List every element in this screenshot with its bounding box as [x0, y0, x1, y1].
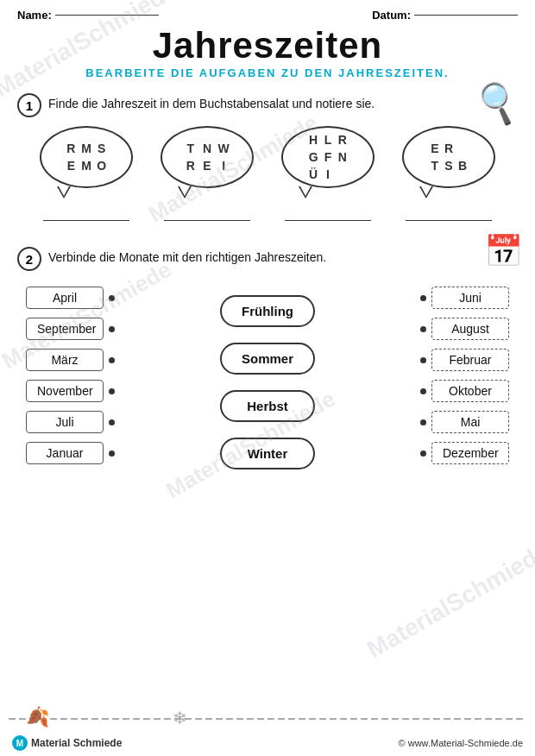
seasons-col: Frühling Sommer Herbst Winter: [211, 287, 324, 469]
bubble-4-letters: E R T S B: [422, 137, 475, 177]
februar-dot: [420, 357, 426, 363]
section1-number: 1: [17, 93, 41, 117]
month-oktober-label: Oktober: [431, 380, 509, 402]
letter-H3: H: [307, 132, 320, 148]
header: Name: Datum:: [0, 0, 535, 23]
month-marz-label: März: [26, 349, 104, 371]
juli-dot: [109, 419, 115, 425]
letter-I2: I: [217, 158, 231, 173]
letter-R3: R: [336, 132, 349, 148]
month-mai-label: Mai: [431, 411, 509, 433]
letter-I3: I: [322, 167, 335, 182]
month-april-label: April: [26, 287, 104, 309]
logo-text: Material Schmiede: [31, 737, 122, 749]
month-mai: Mai: [327, 411, 509, 433]
month-juni: Juni: [327, 287, 509, 309]
month-april: April: [26, 287, 208, 309]
season-sommer: Sommer: [220, 343, 315, 375]
letter-R4: R: [443, 141, 455, 156]
date-label: Datum:: [372, 9, 411, 22]
bubbles-row: R M S E M O T N W R E I: [17, 126, 518, 221]
letter-S1: S: [95, 141, 109, 156]
date-line: [414, 15, 518, 16]
month-august-label: August: [431, 318, 509, 340]
watermark-5: MaterialSchmiede: [362, 538, 535, 665]
section-2: 📅 2 Verbinde die Monate mit den richtige…: [0, 236, 535, 469]
oktober-dot: [420, 388, 426, 394]
name-line: [55, 15, 159, 16]
bubble-4-shape: E R T S B: [402, 126, 495, 188]
bubble-1-letters: R M S E M O: [57, 137, 115, 177]
april-dot: [109, 295, 115, 301]
letter-N3: N: [336, 149, 349, 165]
matching-area: April September März November Juli Janua: [17, 280, 518, 469]
month-januar: Januar: [26, 442, 208, 464]
main-title: Jahreszeiten: [0, 25, 535, 66]
november-dot: [109, 388, 115, 394]
section-1: 1 Finde die Jahreszeit in dem Buchstaben…: [0, 86, 535, 221]
snowflake-icon: ❄: [173, 708, 187, 728]
answer-line-4: [406, 207, 492, 221]
august-dot: [420, 326, 426, 332]
letter-E1: E: [64, 158, 78, 173]
section1-instruction: Finde die Jahreszeit in dem Buchstabensa…: [48, 93, 374, 110]
date-field: Datum:: [372, 9, 518, 22]
month-januar-label: Januar: [26, 442, 104, 464]
letter-blank4: [456, 141, 469, 156]
month-marz: März: [26, 349, 208, 371]
letter-M1: M: [79, 141, 93, 156]
footer-website: © www.Material-Schmiede.de: [399, 738, 523, 748]
dezember-dot: [420, 450, 426, 457]
mai-dot: [420, 419, 426, 425]
month-juni-label: Juni: [431, 287, 509, 309]
letter-T4: T: [429, 158, 441, 173]
section1-header: 1 Finde die Jahreszeit in dem Buchstaben…: [17, 93, 518, 117]
logo-icon: M: [12, 735, 28, 751]
bubble-3: H L R G F N Ü I: [281, 126, 374, 221]
month-oktober: Oktober: [327, 380, 509, 402]
months-right-col: Juni August Februar Oktober Mai Dezember: [327, 287, 509, 469]
letter-M2: M: [79, 158, 93, 173]
footer-logo: M Material Schmiede: [12, 735, 122, 751]
bubble-2-letters: T N W R E I: [176, 137, 238, 177]
title-section: Jahreszeiten Bearbeite die Aufgaben zu d…: [0, 25, 535, 79]
letter-E4: E: [429, 141, 441, 156]
letter-O1: O: [95, 158, 109, 173]
juni-dot: [420, 295, 426, 301]
answer-line-2: [164, 207, 250, 221]
bubble-3-shape: H L R G F N Ü I: [281, 126, 374, 188]
section2-number: 2: [17, 247, 41, 271]
section2-header: 2 Verbinde die Monate mit den richtigen …: [17, 243, 518, 271]
name-field: Name:: [17, 9, 159, 22]
letter-T2: T: [183, 141, 198, 156]
bubble-1-shape: R M S E M O: [40, 126, 133, 188]
month-september-label: September: [26, 318, 104, 340]
month-november-label: November: [26, 380, 104, 402]
answer-line-1: [43, 207, 129, 221]
footer: M Material Schmiede © www.Material-Schmi…: [0, 735, 535, 751]
bubble-2: T N W R E I: [160, 126, 254, 221]
month-september: September: [26, 318, 208, 340]
bubble-4: E R T S B: [402, 126, 495, 221]
letter-S4: S: [443, 158, 455, 173]
month-dezember: Dezember: [327, 442, 509, 464]
bubble-1: R M S E M O: [40, 126, 133, 221]
season-fruhling: Frühling: [220, 295, 315, 327]
month-juli: Juli: [26, 411, 208, 433]
letter-W2: W: [217, 141, 231, 156]
letter-F3: F: [322, 149, 335, 165]
month-juli-label: Juli: [26, 411, 104, 433]
letter-L3: L: [322, 132, 335, 148]
letter-G3: G: [307, 149, 320, 165]
bubble-3-letters: H L R G F N Ü I: [300, 129, 356, 186]
month-november: November: [26, 380, 208, 402]
letter-B4: B: [456, 158, 469, 173]
bubble-2-shape: T N W R E I: [160, 126, 254, 188]
januar-dot: [109, 450, 115, 457]
season-herbst: Herbst: [220, 390, 315, 422]
months-left-col: April September März November Juli Janua: [26, 287, 208, 469]
answer-line-3: [285, 207, 371, 221]
letter-blank3: [336, 167, 349, 182]
letter-E2: E: [199, 158, 214, 173]
letter-N2: N: [199, 141, 214, 156]
